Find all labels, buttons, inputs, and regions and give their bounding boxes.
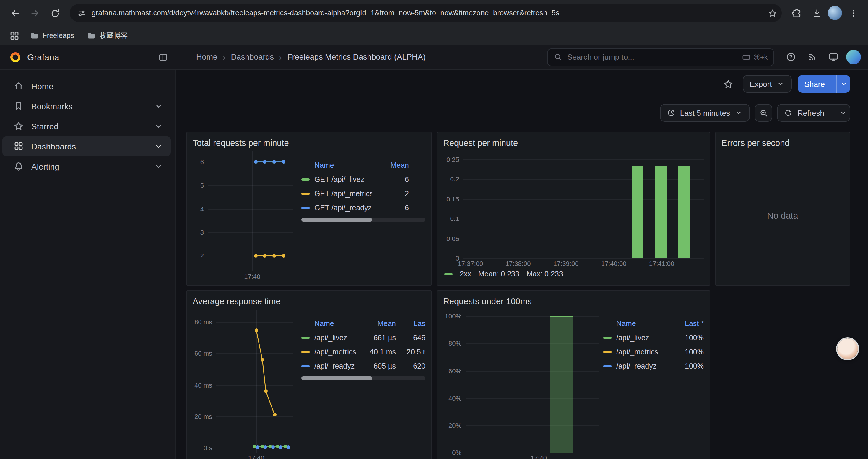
legend-header: NameMean [301,158,409,172]
y-tick-label: 60 ms [194,350,212,357]
dashboard-actions: Export Share [720,75,850,93]
legend-series-name[interactable]: /api/_readyz [616,362,656,370]
series-swatch[interactable] [301,207,310,209]
time-range-picker[interactable]: Last 5 minutes [660,104,750,122]
refresh-interval-dropdown[interactable] [836,104,850,121]
bookmark-star-icon[interactable] [768,8,777,18]
panel-title[interactable]: Requests under 100ms [443,294,704,308]
site-settings-icon[interactable] [78,8,86,18]
display-button[interactable] [825,48,842,66]
y-tick-label: 80 ms [194,319,212,326]
series-swatch[interactable] [301,337,310,339]
back-button[interactable] [6,4,24,22]
chevron-down-icon[interactable] [154,141,164,151]
series-swatch[interactable] [603,365,612,367]
browser-menu-button[interactable] [844,4,862,22]
series-swatch[interactable] [301,351,310,353]
panel-title[interactable]: Errors per second [721,136,844,150]
legend-series-name[interactable]: 2xx [460,270,471,278]
plot-area[interactable] [216,309,293,453]
bell-icon [13,161,24,171]
sidebar-item-bookmarks[interactable]: Bookmarks [2,96,171,116]
scrollbar-thumb[interactable] [301,218,372,222]
url-bar[interactable]: grafana.mathmast.com/d/deytv4rwavabkb/fr… [70,4,782,22]
bar-chart: 100%80%60%40%20%0%17:40 [443,311,598,459]
sidebar-item-alerting[interactable]: Alerting [2,157,171,176]
dashboard-canvas: Export Share Last 5 minutes Refresh Tota… [176,70,868,459]
legend-column-header: Name [301,161,372,169]
search-input[interactable] [567,53,737,61]
favorite-star-button[interactable] [720,76,737,92]
zoom-out-button[interactable] [755,104,773,122]
apps-grid-button[interactable] [6,27,23,44]
legend-series-name[interactable]: /api/_metrics [314,348,356,356]
user-avatar[interactable] [846,50,861,64]
series-point [264,445,267,449]
news-button[interactable] [804,48,821,66]
forward-button[interactable] [26,4,44,22]
series-swatch[interactable] [301,178,310,181]
assistant-avatar[interactable] [837,338,858,359]
chevron-down-icon[interactable] [154,101,164,111]
panel-total-requests: Total requests per minute 6543217:40 Nam… [186,132,432,286]
panel-title[interactable]: Request per minute [443,136,704,150]
legend-row: /api/_metrics100% [603,345,704,359]
plot-area[interactable] [208,151,293,271]
grafana-header: Grafana Home›Dashboards›Freeleaps Metric… [0,45,868,70]
sidebar-item-home[interactable]: Home [2,76,171,96]
y-tick-label: 0 s [204,444,212,451]
series-point [263,254,267,258]
panel-title[interactable]: Average response time [193,294,426,308]
grafana-logo[interactable] [9,51,21,63]
bookmark-item[interactable]: Freeleaps [25,28,80,42]
sidebar-item-dashboards[interactable]: Dashboards [2,136,171,156]
chevron-down-icon[interactable] [154,121,164,131]
export-button[interactable]: Export [742,75,792,93]
reload-icon [50,8,60,18]
legend-series-name[interactable]: GET /api/_metrics [314,190,372,198]
legend-series-name[interactable]: /api/_livez [616,334,649,342]
share-main-button[interactable]: Share [798,75,831,93]
share-dropdown-button[interactable] [836,75,850,93]
legend-series-name[interactable]: GET /api/_livez [314,175,364,184]
y-tick-label: 20% [448,422,462,429]
panel-title[interactable]: Total requests per minute [193,136,426,150]
legend-scrollbar[interactable] [301,376,426,380]
apps-grid-icon [9,30,19,40]
shortcut-label: ⌘+k [753,53,768,61]
chevron-down-icon[interactable] [154,161,164,171]
legend-series-name[interactable]: /api/_metrics [616,348,658,356]
scrollbar-thumb[interactable] [301,376,372,380]
plot-area[interactable] [466,311,598,453]
legend-series-name[interactable]: /api/_readyz [314,362,354,370]
series-swatch[interactable] [444,273,453,275]
plot-area[interactable] [463,155,704,258]
refresh-label: Refresh [797,108,824,117]
breadcrumb-link[interactable]: Dashboards [231,53,274,61]
breadcrumb-link[interactable]: Home [196,53,217,61]
reload-button[interactable] [46,4,64,22]
time-controls: Last 5 minutes Refresh [660,104,850,122]
series-swatch[interactable] [301,193,310,195]
search-box[interactable]: ⌘+k [547,48,774,66]
legend-scrollbar[interactable] [301,218,426,222]
series-swatch[interactable] [603,337,612,339]
x-tick-label: 17:40 [248,454,265,459]
bookmark-item[interactable]: 收藏博客 [82,28,133,42]
series-point [273,413,277,417]
legend-value: 646 [402,334,426,342]
sidebar-item-starred[interactable]: Starred [2,117,171,136]
extensions-button[interactable] [788,4,805,22]
series-swatch[interactable] [301,365,310,367]
legend-series-name[interactable]: /api/_livez [314,334,347,342]
legend-value: 20.5 r [402,348,426,356]
refresh-button[interactable]: Refresh [778,104,831,121]
sidebar-collapse-icon[interactable] [158,52,168,62]
legend-series-name[interactable]: GET /api/_readyz [314,204,372,212]
browser-profile-avatar[interactable] [828,6,842,20]
downloads-button[interactable] [808,4,826,22]
series-point [264,390,268,393]
series-swatch[interactable] [603,351,612,353]
help-button[interactable] [782,48,800,66]
extensions-icon [792,8,802,18]
